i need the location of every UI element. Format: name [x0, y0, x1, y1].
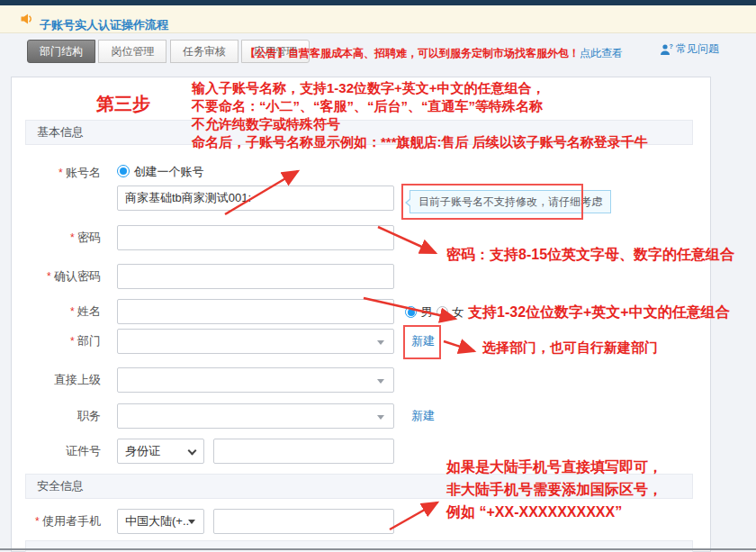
title-bar: 子账号实人认证操作流程 [0, 5, 756, 33]
position-select[interactable] [117, 403, 394, 429]
name-input[interactable] [117, 299, 394, 324]
caret-down-icon [188, 520, 195, 524]
confirm-password-label: 确认密码 [14, 264, 101, 289]
faq-label: 常见问题 [676, 41, 719, 57]
position-label: 职务 [14, 403, 101, 429]
account-name-label: 账号名 [14, 160, 101, 186]
create-account-radio[interactable] [117, 165, 130, 177]
id-number-input[interactable] [213, 439, 394, 464]
department-label: 部门 [14, 329, 101, 354]
name-label: 姓名 [14, 299, 101, 324]
chevron-down-icon [377, 340, 384, 345]
password-tip: 密码：支持8-15位英文字母、数字的任意组合 [446, 246, 734, 265]
department-select[interactable] [117, 329, 394, 354]
new-position-link[interactable]: 新建 [411, 403, 435, 429]
tab-position-management[interactable]: 岗位管理 [98, 40, 166, 63]
gender-male-label[interactable]: 男 [420, 305, 432, 319]
account-name-input[interactable] [117, 186, 394, 211]
id-type-select[interactable]: 身份证 [117, 439, 204, 464]
create-account-radio-label[interactable]: 创建一个账号 [133, 165, 203, 178]
page-title: 子账号实人认证操作流程 [40, 17, 168, 33]
supervisor-label: 直接上级 [14, 367, 101, 393]
tab-department-structure[interactable]: 部门结构 [27, 40, 95, 63]
chevron-down-icon [377, 415, 384, 420]
step-label: 第三步 [96, 92, 150, 116]
speaker-icon [20, 12, 34, 26]
announcement-text: 【公告】自营客服成本高、招聘难，可以到服务定制市场找客服外包！ [245, 47, 580, 59]
announcement: 【公告】自营客服成本高、招聘难，可以到服务定制市场找客服外包！点此查看 [245, 46, 623, 61]
faq-person-icon: ? [660, 43, 673, 56]
create-account-radio-row: 创建一个账号 [117, 163, 203, 180]
id-number-label: 证件号 [14, 439, 101, 464]
gender-radio-group: 男 女 [405, 303, 464, 321]
gender-female-radio[interactable] [436, 306, 448, 318]
phone-region-value: 中国大陆(+... [125, 510, 190, 533]
app-window: 子账号实人认证操作流程 部门结构 岗位管理 任务审核 应用管理 【公告】自营客服… [0, 0, 756, 552]
new-department-highlight-box [403, 325, 441, 359]
password-input[interactable] [117, 225, 394, 250]
supervisor-select[interactable] [117, 367, 394, 393]
tooltip-highlight-box [401, 184, 583, 220]
gender-male-radio[interactable] [405, 306, 417, 318]
id-type-value: 身份证 [125, 444, 160, 457]
faq-link[interactable]: ? 常见问题 [660, 41, 719, 57]
tab-task-review[interactable]: 任务审核 [170, 40, 238, 63]
name-tip: 支持1-32位位数字+英文+中文的任意组合 [468, 303, 730, 322]
department-tip: 选择部门，也可自行新建部门 [482, 339, 658, 357]
chevron-down-icon [188, 447, 197, 456]
phone-label: 使用者手机 [14, 509, 101, 534]
phone-region-select[interactable]: 中国大陆(+... [117, 509, 204, 534]
confirm-password-input[interactable] [117, 264, 394, 289]
account-name-tip: 输入子账号名称，支持1-32位数字+英文+中文的任意组合， 不要命名：“小二”、… [192, 79, 648, 151]
phone-input[interactable] [213, 509, 394, 534]
password-label: 密码 [14, 225, 101, 250]
svg-text:?: ? [670, 43, 673, 50]
chevron-down-icon [377, 379, 384, 384]
section-partial-bottom [25, 540, 693, 552]
window-bottom-edge [0, 548, 756, 550]
gender-female-label[interactable]: 女 [452, 305, 464, 319]
phone-tip: 如果是大陆手机号直接填写即可， 非大陆手机号需要添加国际区号， 例如 “+XX-… [446, 456, 662, 523]
announcement-view-link[interactable]: 点此查看 [580, 47, 623, 59]
